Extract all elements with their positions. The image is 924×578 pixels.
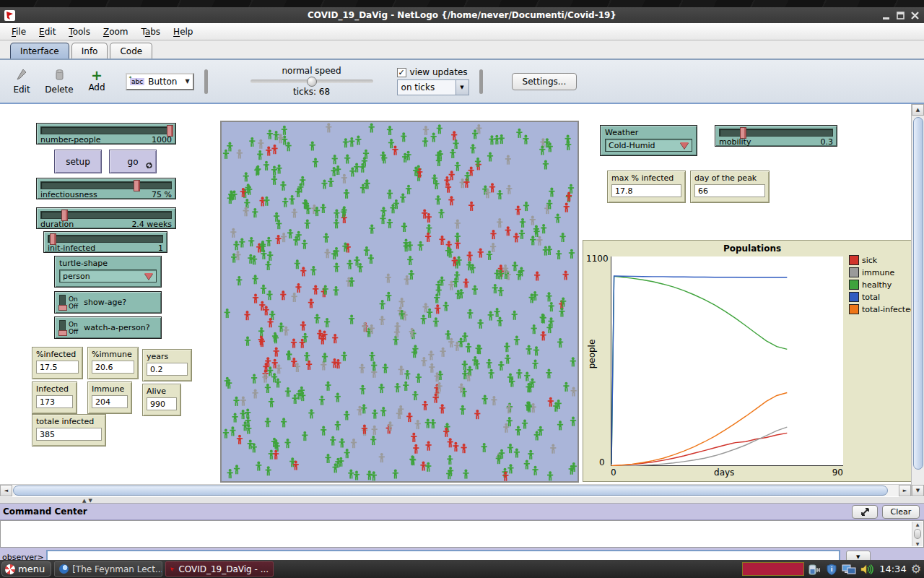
- scroll-down-icon[interactable]: ▼: [912, 541, 923, 546]
- person-turtle: [401, 132, 406, 142]
- task-netlogo[interactable]: COVID_19_DaVig - ...: [165, 561, 274, 577]
- person-turtle: [325, 381, 331, 391]
- tab-code[interactable]: Code: [110, 43, 152, 59]
- clock[interactable]: 14:34: [879, 564, 906, 574]
- person-turtle: [455, 162, 461, 171]
- person-turtle: [481, 443, 487, 452]
- person-turtle: [385, 274, 391, 283]
- setup-button[interactable]: setup: [54, 150, 102, 173]
- menu-zoom[interactable]: Zoom: [97, 25, 134, 38]
- maximize-button[interactable]: [894, 9, 906, 21]
- slider-thumb[interactable]: [134, 180, 140, 191]
- settings-button[interactable]: Settings...: [512, 73, 578, 90]
- person-turtle: [487, 152, 493, 161]
- edit-button[interactable]: Edit: [3, 69, 40, 95]
- slider-thumb[interactable]: [61, 210, 68, 221]
- tab-interface[interactable]: Interface: [10, 43, 69, 59]
- person-turtle: [276, 364, 282, 374]
- slider-duration[interactable]: duration2.4 weeks: [36, 207, 176, 229]
- slider-number-people[interactable]: number-people1000: [36, 123, 176, 144]
- slider-thumb[interactable]: [740, 127, 746, 139]
- delete-button[interactable]: Delete: [40, 69, 78, 95]
- switch-knob[interactable]: [58, 305, 67, 311]
- slider-infectiousness[interactable]: infectiousness75 %: [36, 178, 176, 199]
- splitter-bar[interactable]: ▲▼: [0, 496, 924, 504]
- monitor-pct-immune: %immune 20.6: [87, 347, 139, 379]
- person-turtle: [371, 368, 377, 378]
- volume-icon[interactable]: [860, 564, 875, 575]
- detach-command-center-button[interactable]: [852, 505, 878, 519]
- tab-row: Interface Info Code: [0, 40, 924, 60]
- slider-init-infected[interactable]: init-infected1: [43, 231, 167, 253]
- scroll-up-icon[interactable]: ▲: [912, 104, 924, 116]
- chooser-weather[interactable]: Weather Cold-Humid: [600, 125, 697, 156]
- person-turtle: [252, 208, 258, 217]
- person-turtle: [334, 209, 339, 218]
- output-scrollbar[interactable]: ▲ ▼: [912, 522, 923, 546]
- person-turtle: [428, 350, 434, 360]
- menu-file[interactable]: File: [6, 25, 32, 38]
- menu-tools[interactable]: Tools: [63, 25, 96, 38]
- task-feynman-lectures[interactable]: [The Feynman Lect...: [54, 561, 162, 577]
- scroll-left-icon[interactable]: ◄: [0, 485, 12, 496]
- person-turtle: [262, 374, 268, 383]
- widget-type-dropdown[interactable]: abc Button ▼: [126, 73, 194, 90]
- scroll-right-icon[interactable]: ►: [899, 485, 911, 496]
- person-turtle: [455, 239, 461, 249]
- gear-icon[interactable]: ⚙: [911, 564, 921, 575]
- person-turtle: [258, 327, 264, 337]
- clear-button[interactable]: Clear: [882, 505, 920, 519]
- add-button[interactable]: + Add: [78, 70, 116, 92]
- x-axis-max: 90: [832, 467, 843, 478]
- person-turtle: [267, 251, 273, 261]
- scrollbar-thumb[interactable]: [13, 486, 888, 496]
- person-turtle: [462, 370, 468, 379]
- chooser-turtle-shape[interactable]: turtle-shape person: [54, 256, 162, 288]
- person-turtle: [244, 199, 250, 208]
- switch-show-age[interactable]: On Off show-age?: [54, 291, 162, 314]
- view-updates-checkbox[interactable]: ✓ view updates: [397, 67, 469, 77]
- scroll-up-icon[interactable]: ▲: [912, 522, 923, 527]
- scrollbar-thumb[interactable]: [913, 117, 923, 470]
- vertical-scrollbar[interactable]: ▲ ▼: [911, 104, 924, 496]
- scroll-down-icon[interactable]: ▼: [912, 485, 924, 496]
- world-view[interactable]: [220, 121, 579, 483]
- speed-slider-thumb[interactable]: [307, 77, 317, 87]
- person-turtle: [383, 363, 388, 373]
- person-turtle: [505, 155, 511, 165]
- window-preview[interactable]: [742, 562, 804, 576]
- update-mode-dropdown[interactable]: on ticks ▼: [397, 79, 469, 95]
- slider-thumb[interactable]: [50, 233, 56, 245]
- menu-tabs[interactable]: Tabs: [136, 25, 167, 38]
- horizontal-scrollbar[interactable]: ◄ ►: [0, 484, 911, 496]
- person-turtle: [447, 455, 453, 465]
- person-turtle: [265, 418, 271, 427]
- person-turtle: [490, 230, 496, 239]
- minimize-button[interactable]: [880, 9, 892, 21]
- person-turtle: [571, 387, 577, 396]
- menu-edit[interactable]: Edit: [33, 25, 61, 38]
- slider-mobility[interactable]: mobility0.3: [715, 125, 837, 147]
- battery-icon[interactable]: [808, 564, 821, 575]
- slider-thumb[interactable]: [167, 125, 173, 137]
- person-turtle: [393, 469, 398, 478]
- speed-slider[interactable]: [250, 79, 373, 83]
- person-turtle: [467, 251, 473, 261]
- command-center-output[interactable]: ▲ ▼: [0, 520, 924, 548]
- menu-help[interactable]: Help: [167, 25, 199, 38]
- person-turtle: [325, 249, 331, 258]
- person-turtle: [563, 382, 569, 392]
- titlebar[interactable]: COVID_19_DaVig - NetLogo {/home/never/Do…: [0, 7, 924, 23]
- monitor-max-pct-infected: max % infected 17.8: [607, 171, 686, 203]
- shield-info-icon[interactable]: i: [826, 564, 837, 575]
- close-button[interactable]: [909, 9, 920, 21]
- menu-button[interactable]: menu: [1, 561, 51, 577]
- switch-knob[interactable]: [58, 330, 67, 336]
- go-button[interactable]: go: [109, 150, 157, 173]
- switch-watch-a-person[interactable]: On Off watch-a-person?: [54, 316, 162, 339]
- person-turtle: [314, 314, 320, 324]
- network-icon[interactable]: [842, 564, 856, 575]
- splitter-grip-icon[interactable]: ▲▼: [82, 498, 95, 504]
- tab-info[interactable]: Info: [71, 43, 108, 59]
- scrollbar-thumb[interactable]: [914, 529, 921, 539]
